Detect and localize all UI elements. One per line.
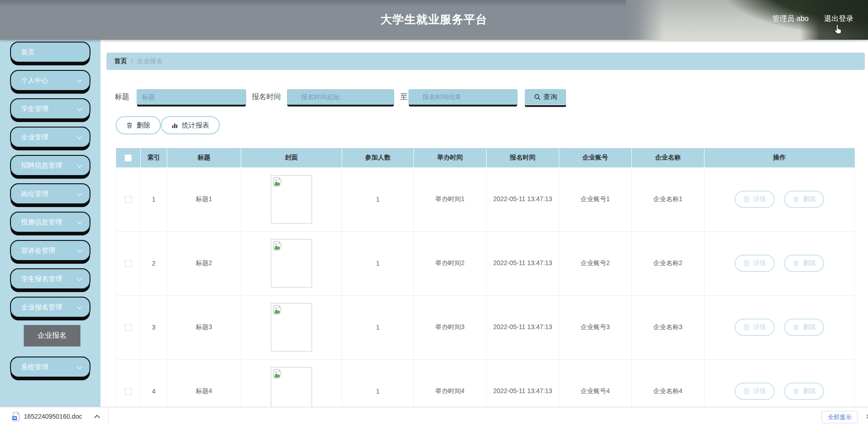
row-delete-button[interactable]: 删除 — [784, 383, 824, 400]
document-icon — [743, 260, 750, 267]
sidebar: 首页 个人中心 学生管理 企业管理 招聘信息管理 岗位管理 投掷信息管理 宣讲会… — [0, 40, 101, 407]
broken-image-icon — [273, 369, 282, 379]
detail-button[interactable]: 详情 — [735, 383, 775, 400]
signup-time-end-input[interactable] — [408, 89, 518, 105]
broken-image-icon — [273, 177, 282, 187]
cell-account: 企业账号4 — [559, 359, 632, 407]
sidebar-item-delivery-info-mgmt[interactable]: 投掷信息管理 — [10, 212, 90, 233]
cell-signup-time: 2022-05-11 13:47:13 — [487, 167, 559, 231]
row-checkbox[interactable] — [125, 196, 132, 203]
delete-button-label: 删除 — [137, 121, 150, 130]
sidebar-item-presentation-mgmt[interactable]: 宣讲会管理 — [10, 240, 90, 261]
chevron-down-icon — [77, 304, 83, 309]
breadcrumb-home[interactable]: 首页 — [114, 57, 127, 65]
cell-account: 企业账号1 — [559, 167, 632, 231]
trash-icon — [793, 324, 799, 331]
report-button[interactable]: 统计报表 — [161, 116, 220, 134]
cell-title: 标题2 — [167, 231, 241, 295]
sidebar-item-label: 宣讲会管理 — [21, 246, 55, 255]
column-header-actions: 操作 — [704, 148, 855, 167]
signup-time-start-input[interactable] — [287, 89, 394, 105]
column-header-participants: 参加人数 — [342, 148, 414, 167]
column-header-signup-time: 报名时间 — [487, 148, 559, 167]
report-button-label: 统计报表 — [182, 121, 209, 130]
cell-company: 企业名称2 — [632, 231, 704, 295]
delete-button[interactable]: 删除 — [116, 116, 161, 134]
document-icon — [743, 324, 750, 331]
search-button-label: 查询 — [544, 93, 557, 101]
trash-icon — [793, 388, 799, 395]
search-button[interactable]: 查询 — [524, 89, 566, 105]
chevron-down-icon — [77, 363, 83, 369]
column-header-cover: 封面 — [241, 148, 342, 167]
sidebar-item-job-mgmt[interactable]: 岗位管理 — [10, 183, 90, 204]
cell-hold-time: 举办时间3 — [414, 295, 487, 359]
detail-button[interactable]: 详情 — [735, 191, 775, 208]
cover-image-placeholder — [271, 303, 312, 351]
chevron-up-icon[interactable] — [94, 415, 100, 421]
row-delete-button[interactable]: 删除 — [784, 191, 824, 208]
downloaded-file-name[interactable]: 1652240950160.doc — [24, 413, 82, 420]
sidebar-item-enterprise-signup-mgmt[interactable]: 企业报名管理 — [10, 297, 90, 318]
row-checkbox[interactable] — [125, 324, 132, 331]
breadcrumb-separator: / — [131, 58, 133, 65]
detail-button[interactable]: 详情 — [735, 319, 775, 336]
sidebar-item-student-signup-mgmt[interactable]: 学生报名管理 — [10, 268, 90, 289]
close-download-bar-icon[interactable]: × — [866, 411, 868, 422]
logout-button[interactable]: 退出登录 — [824, 14, 853, 24]
cell-company: 企业名称4 — [632, 359, 704, 407]
sidebar-item-system-mgmt[interactable]: 系统管理 — [10, 357, 90, 378]
word-doc-icon: W — [12, 412, 20, 421]
sidebar-item-label: 岗位管理 — [21, 190, 48, 198]
detail-button[interactable]: 详情 — [735, 255, 775, 272]
data-table: 索引 标题 封面 参加人数 举办时间 报名时间 企业账号 企业名称 操作 1 标… — [116, 148, 854, 407]
cell-actions: 详情 删除 — [704, 359, 855, 407]
cell-company: 企业名称1 — [632, 167, 704, 231]
row-delete-button[interactable]: 删除 — [784, 255, 824, 272]
show-all-downloads-button[interactable]: 全部显示 — [821, 411, 858, 423]
sidebar-item-label: 个人中心 — [21, 76, 48, 85]
broken-image-icon — [273, 241, 282, 251]
cell-title: 标题4 — [167, 359, 241, 407]
sidebar-item-recruit-info-mgmt[interactable]: 招聘信息管理 — [10, 155, 90, 176]
cell-index: 2 — [141, 231, 167, 295]
table-row: 1 标题1 1 举办时间1 — [116, 167, 855, 231]
sidebar-item-label: 投掷信息管理 — [21, 218, 62, 227]
cell-hold-time: 举办时间2 — [414, 231, 487, 295]
trash-icon — [126, 122, 133, 129]
sidebar-item-label: 企业管理 — [21, 133, 48, 142]
svg-text:W: W — [13, 416, 16, 420]
page: { "header": { "title": "大学生就业服务平台", "use… — [0, 0, 868, 426]
title-filter-input[interactable] — [137, 89, 246, 105]
sidebar-item-personal-center[interactable]: 个人中心 — [10, 70, 90, 91]
sidebar-item-enterprise-mgmt[interactable]: 企业管理 — [10, 127, 90, 148]
filter-bar: 标题 报名时间 至 查询 — [101, 89, 868, 105]
chevron-down-icon — [77, 133, 83, 139]
sidebar-item-label: 学生报名管理 — [21, 275, 62, 283]
broken-image-icon — [273, 305, 282, 315]
cell-hold-time: 举办时间4 — [414, 359, 487, 407]
sidebar-item-home[interactable]: 首页 — [10, 42, 90, 63]
row-checkbox[interactable] — [125, 388, 132, 395]
bar-chart-icon — [171, 122, 178, 129]
cell-participants: 1 — [342, 167, 414, 231]
trash-icon — [793, 196, 799, 203]
sidebar-subitem-enterprise-signup[interactable]: 企业报名 — [24, 325, 80, 346]
chevron-down-icon — [77, 190, 83, 196]
cell-signup-time: 2022-05-11 13:47:13 — [487, 295, 559, 359]
column-header-index: 索引 — [141, 148, 167, 167]
download-item-separator — [108, 409, 109, 425]
sidebar-subitem-label: 企业报名 — [37, 331, 67, 341]
select-all-checkbox[interactable] — [125, 154, 132, 161]
row-checkbox[interactable] — [125, 260, 132, 267]
column-header-hold-time: 举办时间 — [414, 148, 487, 167]
sidebar-item-student-mgmt[interactable]: 学生管理 — [10, 98, 90, 119]
table-header-row: 索引 标题 封面 参加人数 举办时间 报名时间 企业账号 企业名称 操作 — [116, 148, 855, 167]
mouse-cursor-hand-icon — [832, 24, 843, 36]
app-title: 大学生就业服务平台 — [381, 12, 487, 27]
chevron-down-icon — [77, 275, 83, 281]
cell-hold-time: 举办时间1 — [414, 167, 487, 231]
cell-participants: 1 — [342, 295, 414, 359]
sidebar-item-label: 招聘信息管理 — [21, 161, 62, 170]
row-delete-button[interactable]: 删除 — [784, 319, 824, 336]
